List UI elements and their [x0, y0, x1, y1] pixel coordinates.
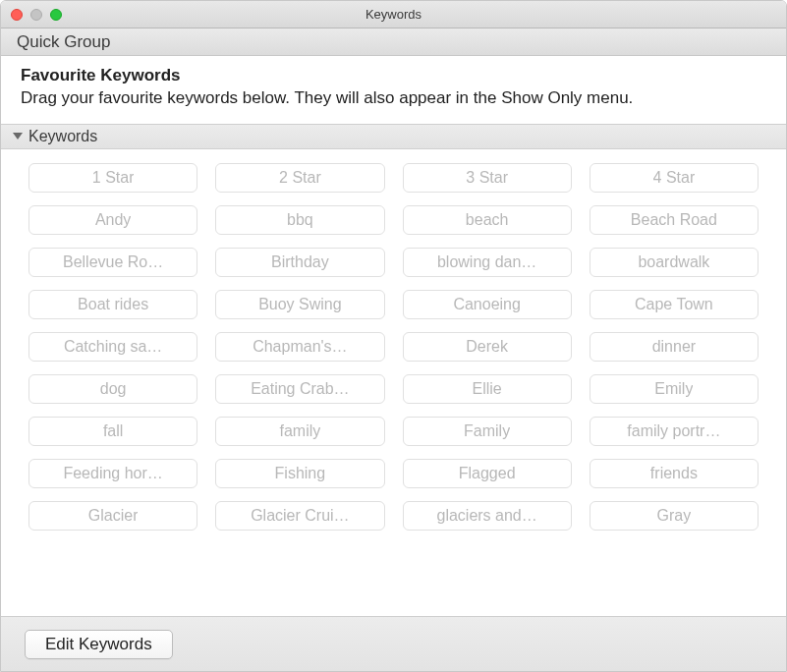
keyword-label: 1 Star [92, 169, 135, 187]
keyword-chip[interactable]: dinner [590, 332, 759, 362]
keyword-label: Andy [95, 211, 131, 229]
keyword-chip[interactable]: Fishing [215, 459, 384, 488]
keyword-chip[interactable]: Canoeing [403, 290, 572, 319]
keyword-chip[interactable]: family portr… [590, 417, 759, 446]
keyword-label: family [279, 422, 320, 440]
keyword-chip[interactable]: Chapman's… [215, 332, 384, 362]
keyword-label: Glacier [88, 507, 139, 525]
keyword-label: Derek [466, 338, 508, 356]
keyword-label: Cape Town [635, 296, 713, 313]
keyword-chip[interactable]: 2 Star [215, 163, 384, 193]
keyword-chip[interactable]: Gray [590, 501, 759, 531]
keyword-chip[interactable]: glaciers and… [403, 501, 572, 531]
keyword-chip[interactable]: Buoy Swing [215, 290, 384, 319]
maximize-icon[interactable] [50, 9, 62, 21]
keyword-label: dog [100, 380, 127, 398]
keyword-label: Emily [654, 380, 693, 398]
keyword-chip[interactable]: Birthday [215, 248, 384, 277]
keyword-label: family portr… [627, 422, 720, 440]
keyword-label: beach [466, 211, 509, 229]
keyword-label: Boat rides [78, 296, 148, 313]
keywords-header-label: Keywords [28, 128, 97, 145]
keyword-label: Chapman's… [253, 338, 347, 356]
keyword-label: Bellevue Ro… [63, 253, 163, 271]
keyword-label: Eating Crab… [251, 380, 350, 398]
keyword-label: glaciers and… [436, 507, 536, 525]
keyword-label: Birthday [271, 253, 329, 271]
keyword-label: Glacier Crui… [251, 507, 349, 525]
keyword-label: Family [464, 422, 510, 440]
keyword-chip[interactable]: friends [590, 459, 759, 488]
keyword-label: Canoeing [453, 296, 521, 313]
keyword-chip[interactable]: Emily [590, 374, 759, 404]
window-controls [1, 9, 62, 21]
keyword-label: friends [650, 465, 698, 482]
keyword-label: dinner [652, 338, 696, 356]
keyword-chip[interactable]: Flagged [403, 459, 572, 488]
keyword-chip[interactable]: Andy [28, 205, 197, 235]
keyword-chip[interactable]: Catching sa… [28, 332, 197, 362]
keyword-chip[interactable]: Ellie [403, 374, 572, 404]
keyword-label: Feeding hor… [63, 465, 162, 482]
window-title: Keywords [1, 7, 786, 22]
keyword-label: Fishing [275, 465, 326, 482]
keyword-label: boardwalk [638, 253, 709, 271]
keyword-chip[interactable]: Family [403, 417, 572, 446]
keyword-chip[interactable]: family [215, 417, 384, 446]
edit-keywords-button[interactable]: Edit Keywords [25, 630, 173, 659]
keyword-chip[interactable]: Bellevue Ro… [28, 248, 197, 277]
keyword-chip[interactable]: 3 Star [403, 163, 572, 193]
keyword-label: 4 Star [653, 169, 696, 187]
keyword-label: Gray [657, 507, 692, 525]
keyword-label: blowing dan… [437, 253, 536, 271]
footer: Edit Keywords [1, 616, 786, 671]
keyword-chip[interactable]: fall [28, 417, 197, 446]
close-icon[interactable] [11, 9, 23, 21]
keyword-chip[interactable]: Feeding hor… [28, 459, 197, 488]
favourites-description: Drag your favourite keywords below. They… [21, 87, 766, 110]
keyword-chip[interactable]: Derek [403, 332, 572, 362]
keywords-section-header[interactable]: Keywords [1, 124, 786, 149]
keyword-label: Flagged [459, 465, 516, 482]
favourites-section: Favourite Keywords Drag your favourite k… [1, 56, 786, 124]
keyword-chip[interactable]: blowing dan… [403, 248, 572, 277]
keyword-chip[interactable]: bbq [215, 205, 384, 235]
keyword-chip[interactable]: Glacier Crui… [215, 501, 384, 531]
keyword-label: 2 Star [279, 169, 321, 187]
keyword-chip[interactable]: Boat rides [28, 290, 197, 319]
keyword-chip[interactable]: beach [403, 205, 572, 235]
keyword-chip[interactable]: Beach Road [590, 205, 759, 235]
keyword-label: bbq [287, 211, 313, 229]
keyword-label: Ellie [473, 380, 502, 398]
keyword-label: fall [103, 422, 123, 440]
keyword-chip[interactable]: Cape Town [590, 290, 759, 319]
keyword-chip[interactable]: 4 Star [590, 163, 759, 193]
keyword-chip[interactable]: dog [28, 374, 197, 404]
favourites-title: Favourite Keywords [21, 66, 766, 85]
keyword-chip[interactable]: Glacier [28, 501, 197, 531]
chevron-down-icon [13, 133, 23, 140]
keyword-chip[interactable]: boardwalk [590, 248, 759, 277]
keywords-grid: 1 Star2 Star3 Star4 StarAndybbqbeachBeac… [28, 163, 759, 531]
keyword-label: 3 Star [466, 169, 508, 187]
titlebar: Keywords [1, 1, 786, 28]
keywords-grid-container: 1 Star2 Star3 Star4 StarAndybbqbeachBeac… [1, 149, 786, 616]
keyword-label: Beach Road [631, 211, 717, 229]
keyword-label: Catching sa… [64, 338, 163, 356]
keywords-window: Keywords Quick Group Favourite Keywords … [0, 0, 787, 672]
quick-group-menu[interactable]: Quick Group [17, 32, 110, 52]
keyword-chip[interactable]: Eating Crab… [215, 374, 384, 404]
keyword-chip[interactable]: 1 Star [28, 163, 197, 193]
minimize-icon[interactable] [30, 9, 42, 21]
keyword-label: Buoy Swing [258, 296, 342, 313]
toolbar: Quick Group [1, 28, 786, 56]
